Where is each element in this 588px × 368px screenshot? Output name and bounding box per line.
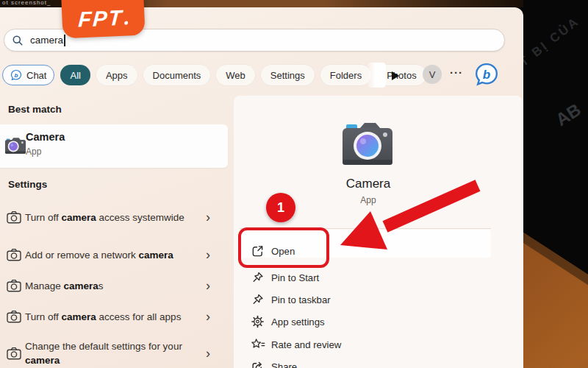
camera-outline-icon	[7, 279, 21, 292]
svg-text:b: b	[15, 72, 18, 79]
best-match-title: Camera	[26, 131, 65, 143]
tabs-overflow-arrow-icon[interactable]	[392, 71, 399, 80]
menu-item-label: Rate and review	[271, 339, 341, 350]
bing-chat-button[interactable]: b	[474, 62, 499, 87]
chevron-right-icon: ›	[206, 278, 210, 294]
tab-apps-label: Apps	[106, 70, 128, 81]
preview-app-title: Camera	[234, 177, 503, 191]
camera-outline-icon	[7, 248, 21, 261]
best-match-heading: Best match	[8, 104, 62, 115]
camera-outline-icon	[7, 210, 21, 224]
label-pre: Add or remove a network	[25, 250, 139, 261]
label-keyword: camera	[139, 250, 173, 261]
setting-result-camera-access-all-apps[interactable]: Turn off camera access for all apps ›	[0, 301, 228, 332]
search-filter-tabs: b Chat All Apps Documents Web Settings F…	[2, 65, 426, 85]
best-match-subtitle: App	[26, 146, 41, 157]
pin-icon	[251, 294, 264, 306]
avatar-initial: V	[429, 69, 436, 80]
text-caret	[64, 35, 65, 46]
setting-result-manage-cameras[interactable]: Manage cameras ›	[0, 270, 228, 301]
step-number-badge: 1	[266, 193, 295, 222]
label-pre: Manage	[25, 280, 64, 291]
fpt-trademark-dot	[124, 21, 128, 25]
label-post: access systemwide	[96, 212, 184, 223]
pin-icon	[251, 272, 264, 284]
step-number: 1	[277, 200, 284, 216]
tab-folders[interactable]: Folders	[320, 65, 371, 85]
chevron-right-icon: ›	[206, 346, 210, 361]
settings-heading: Settings	[8, 179, 47, 190]
camera-outline-icon	[7, 310, 21, 323]
setting-label: Turn off camera access systemwide	[25, 210, 196, 224]
tab-web-label: Web	[226, 70, 245, 81]
titlebar-text: ot screenshot_	[2, 0, 51, 6]
menu-item-label: Pin to Start	[271, 272, 319, 283]
tab-apps[interactable]: Apps	[96, 65, 137, 85]
tab-chat-label: Chat	[26, 70, 46, 81]
tab-all-label: All	[70, 70, 80, 81]
highlight-box-open	[238, 227, 329, 268]
tab-folders-label: Folders	[330, 70, 362, 81]
setting-result-network-camera[interactable]: Add or remove a network camera ›	[0, 239, 228, 270]
fpt-logo: FPT	[60, 0, 145, 38]
tab-chat[interactable]: b Chat	[2, 65, 54, 85]
rate-review-star-icon	[251, 339, 265, 351]
setting-label: Manage cameras	[25, 279, 196, 293]
setting-label: Turn off camera access for all apps	[25, 310, 196, 324]
tab-web[interactable]: Web	[216, 65, 255, 85]
gear-icon	[251, 316, 264, 328]
label-pre: Turn off	[25, 311, 62, 322]
tab-settings-label: Settings	[270, 70, 305, 81]
label-post: s	[98, 280, 104, 291]
tab-all[interactable]: All	[60, 65, 90, 85]
camera-app-icon-large	[338, 119, 397, 169]
fpt-logo-text: FPT	[78, 7, 129, 30]
setting-result-camera-access-systemwide[interactable]: Turn off camera access systemwide ›	[0, 197, 228, 238]
svg-text:b: b	[483, 68, 490, 82]
label-pre: Turn off	[25, 212, 62, 223]
camera-app-icon	[4, 135, 26, 155]
menu-item-rate-and-review[interactable]: Rate and review	[234, 334, 498, 355]
setting-label: Add or remove a network camera	[25, 248, 196, 262]
search-icon	[12, 35, 24, 46]
share-icon	[251, 361, 264, 368]
menu-item-label: App settings	[271, 316, 325, 328]
camera-outline-icon	[7, 347, 21, 360]
label-post: access for all apps	[96, 311, 182, 322]
search-query-text: camera	[30, 35, 63, 46]
tab-settings[interactable]: Settings	[261, 65, 315, 85]
screen: ẾT BỊ CỦA AB ot screenshot_ camera b Cha…	[0, 0, 588, 368]
setting-result-default-camera-settings[interactable]: Change the default settings for your cam…	[0, 332, 228, 368]
background-faint-text-2: AB	[552, 99, 584, 130]
search-flyout-panel: camera b Chat All Apps Documents Web Set…	[0, 7, 523, 368]
setting-label: Change the default settings for your cam…	[25, 339, 196, 367]
label-keyword: camera	[62, 311, 96, 322]
label-keyword: camera	[25, 355, 60, 366]
menu-item-app-settings[interactable]: App settings	[234, 311, 498, 332]
chevron-right-icon: ›	[206, 210, 210, 225]
best-match-result[interactable]: Camera App	[0, 124, 228, 168]
more-options-button[interactable]: ···	[450, 66, 463, 79]
bing-chat-icon: b	[474, 62, 499, 87]
tabs-overflow-fade	[367, 63, 386, 88]
label-pre: Change the default settings for your	[25, 341, 182, 352]
chevron-right-icon: ›	[206, 247, 210, 263]
label-keyword: camera	[64, 280, 98, 291]
chevron-right-icon: ›	[206, 309, 210, 325]
bing-chat-icon: b	[10, 69, 22, 81]
tab-documents-label: Documents	[153, 70, 201, 81]
menu-item-label: Share	[271, 361, 297, 368]
menu-item-pin-to-taskbar[interactable]: Pin to taskbar	[234, 289, 498, 310]
fpt-letters: FPT	[78, 6, 124, 32]
label-keyword: camera	[62, 212, 96, 223]
menu-item-share[interactable]: Share	[234, 356, 498, 368]
menu-item-label: Pin to taskbar	[271, 294, 331, 305]
tab-documents[interactable]: Documents	[143, 65, 211, 85]
account-avatar[interactable]: V	[423, 65, 442, 84]
menu-item-pin-to-start[interactable]: Pin to Start	[234, 267, 498, 288]
